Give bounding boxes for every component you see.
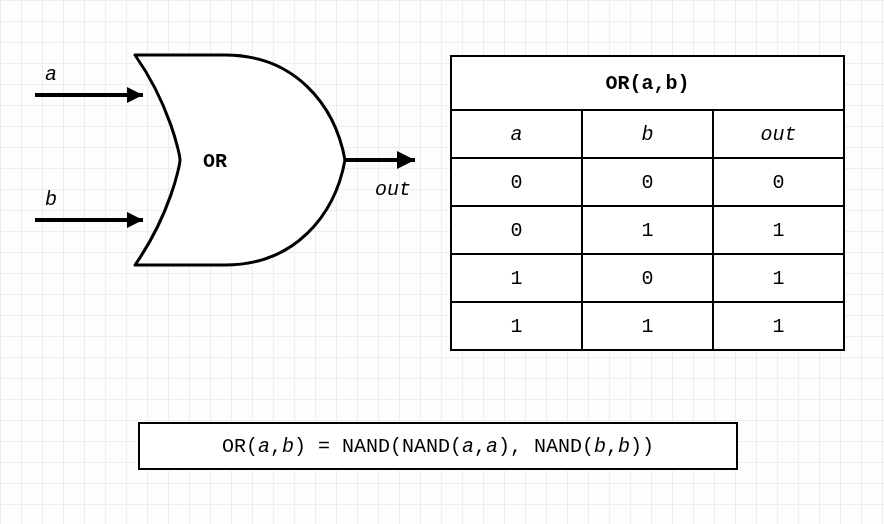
arrow-icon bbox=[397, 151, 415, 169]
cell: 0 bbox=[582, 158, 713, 206]
cell: 1 bbox=[713, 206, 844, 254]
arrow-icon bbox=[127, 212, 143, 228]
table-row: 0 0 0 bbox=[451, 158, 844, 206]
formula-text: OR(a,b) = NAND(NAND(a,a), NAND(b,b)) bbox=[222, 435, 654, 458]
arrow-icon bbox=[127, 87, 143, 103]
input-a-label: a bbox=[45, 63, 57, 86]
table-row: 1 0 1 bbox=[451, 254, 844, 302]
truth-table: OR(a,b) a b out 0 0 0 0 1 1 1 0 1 1 1 1 bbox=[450, 55, 845, 351]
cell: 0 bbox=[713, 158, 844, 206]
input-b-label: b bbox=[45, 188, 57, 211]
or-gate-shape bbox=[135, 55, 345, 265]
table-row: 0 1 1 bbox=[451, 206, 844, 254]
cell: 1 bbox=[582, 302, 713, 350]
cell: 0 bbox=[451, 158, 582, 206]
col-header-out: out bbox=[713, 110, 844, 158]
cell: 0 bbox=[451, 206, 582, 254]
cell: 1 bbox=[451, 302, 582, 350]
col-header-b: b bbox=[582, 110, 713, 158]
output-label: out bbox=[375, 178, 411, 201]
cell: 0 bbox=[582, 254, 713, 302]
truth-table-title: OR(a,b) bbox=[451, 56, 844, 110]
cell: 1 bbox=[713, 254, 844, 302]
cell: 1 bbox=[582, 206, 713, 254]
cell: 1 bbox=[713, 302, 844, 350]
col-header-a: a bbox=[451, 110, 582, 158]
table-row: 1 1 1 bbox=[451, 302, 844, 350]
cell: 1 bbox=[451, 254, 582, 302]
or-gate-diagram: a b out OR bbox=[15, 35, 430, 325]
formula-box: OR(a,b) = NAND(NAND(a,a), NAND(b,b)) bbox=[138, 422, 738, 470]
gate-name-label: OR bbox=[203, 150, 227, 173]
